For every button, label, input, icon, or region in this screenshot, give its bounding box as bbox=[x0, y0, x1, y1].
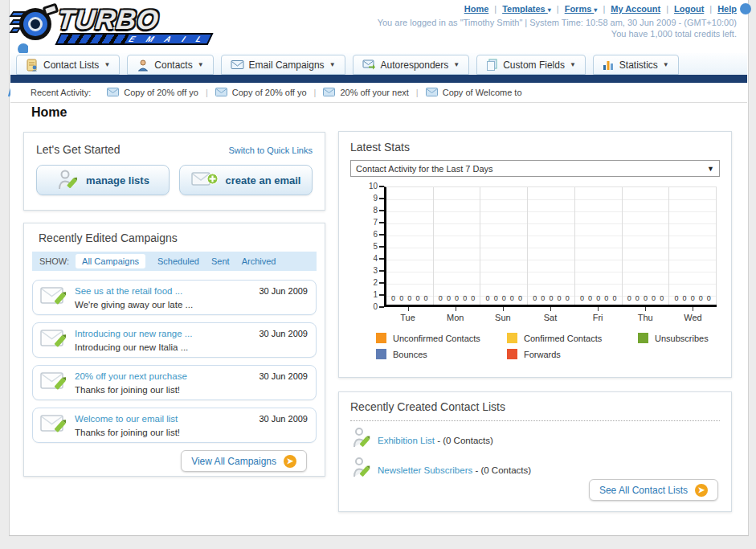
data-value: 0 bbox=[566, 294, 570, 302]
campaigns-filter-bar: SHOW: All CampaignsScheduledSentArchived bbox=[32, 252, 317, 271]
x-tick-mark bbox=[456, 307, 456, 311]
header-link-templates[interactable]: Templates ▾ bbox=[502, 4, 551, 14]
x-tick-mark bbox=[693, 307, 693, 311]
legend-swatch bbox=[376, 333, 386, 343]
chevron-down-icon: ▼ bbox=[198, 61, 204, 68]
campaign-subtitle: Introducing our new Italia ... bbox=[75, 342, 188, 352]
campaigns-tab-scheduled[interactable]: Scheduled bbox=[157, 256, 199, 266]
envelope-pencil-icon bbox=[39, 284, 70, 311]
recent-activity-item[interactable]: Copy of Welcome to bbox=[426, 88, 522, 98]
campaign-row[interactable]: Welcome to our email list Thanks for joi… bbox=[32, 408, 317, 443]
x-tick-mark bbox=[503, 307, 504, 311]
campaign-row[interactable]: See us at the retail food ... We're givi… bbox=[32, 280, 317, 315]
recent-activity-item[interactable]: Copy of 20% off yo bbox=[107, 88, 198, 98]
y-tick-label: 1 bbox=[373, 290, 378, 299]
campaigns-tab-sent[interactable]: Sent bbox=[211, 256, 230, 266]
data-value: 0 bbox=[588, 294, 592, 302]
contact-list-link[interactable]: Exhibition List bbox=[378, 436, 435, 445]
header-link-home[interactable]: Home bbox=[464, 4, 489, 14]
header-link-forms[interactable]: Forms ▾ bbox=[565, 4, 598, 14]
campaign-title-link[interactable]: See us at the retail food ... bbox=[75, 286, 182, 296]
nav-tab-contact-lists[interactable]: Contact Lists ▼ bbox=[16, 55, 120, 75]
recent-activity-bar: Recent Activity: Copy of 20% off yo | Co… bbox=[10, 83, 747, 103]
data-value: 0 bbox=[699, 294, 703, 302]
autoresponders-icon bbox=[362, 59, 376, 71]
create-an-email-button[interactable]: create an email bbox=[179, 165, 313, 195]
envelope-pencil-icon bbox=[39, 412, 70, 439]
recent-activity-item[interactable]: Copy of 20% off yo bbox=[215, 88, 307, 98]
y-tick-label: 10 bbox=[369, 182, 378, 191]
get-started-panel: Let's Get Started Switch to Quick Links … bbox=[23, 132, 325, 211]
data-value: 0 bbox=[494, 294, 498, 302]
switch-quick-links-link[interactable]: Switch to Quick Links bbox=[228, 145, 313, 155]
nav-tab-custom-fields[interactable]: Custom Fields ▼ bbox=[476, 55, 586, 75]
campaign-title-link[interactable]: 20% off your next purchase bbox=[75, 371, 187, 381]
campaign-title-link[interactable]: Introducing our new range ... bbox=[75, 329, 192, 338]
chart-day-group: 00000 bbox=[623, 187, 670, 305]
contact-lists-icon bbox=[26, 59, 39, 72]
nav-tab-statistics[interactable]: Statistics ▼ bbox=[593, 55, 679, 75]
item-divider: | bbox=[314, 88, 317, 97]
contact-lists-title: Recently Created Contact Lists bbox=[350, 400, 720, 413]
chart-day-group: 00000 bbox=[669, 187, 717, 305]
chart-x-axis: TueMonSunSatFriThuWed bbox=[384, 307, 717, 322]
campaign-row[interactable]: Introducing our new range ... Introducin… bbox=[32, 322, 317, 358]
y-tick-label: 7 bbox=[373, 218, 378, 227]
create-an-email-label: create an email bbox=[226, 174, 301, 186]
campaigns-tab-all-campaigns[interactable]: All Campaigns bbox=[76, 254, 145, 268]
y-tick-label: 0 bbox=[373, 302, 378, 311]
campaign-title-link[interactable]: Welcome to our email list bbox=[75, 414, 178, 424]
campaign-row[interactable]: 20% off your next purchase Thanks for jo… bbox=[32, 365, 317, 400]
data-value: 0 bbox=[627, 294, 631, 302]
view-all-campaigns-button[interactable]: View All Campaigns ➤ bbox=[181, 450, 307, 472]
y-tick-label: 3 bbox=[373, 266, 378, 275]
header-link-logout[interactable]: Logout bbox=[674, 4, 704, 14]
contact-activity-chart: 0 1 2 3 4 5 6 7 8 9 10 00000000000000000… bbox=[363, 186, 717, 322]
data-value: 0 bbox=[439, 294, 443, 302]
person-pencil-icon bbox=[352, 457, 371, 481]
legend-swatch bbox=[376, 349, 386, 359]
navy-divider-band bbox=[10, 75, 747, 83]
x-tick-label: Sun bbox=[479, 307, 526, 322]
x-tick-mark bbox=[408, 307, 409, 311]
campaigns-tab-archived[interactable]: Archived bbox=[242, 256, 276, 266]
see-all-contact-lists-button[interactable]: See All Contact Lists ➤ bbox=[589, 479, 718, 501]
campaign-subtitle: We're giving away our late ... bbox=[75, 300, 193, 309]
item-divider: | bbox=[416, 88, 419, 97]
nav-tab-autoresponders[interactable]: Autoresponders ▼ bbox=[353, 55, 470, 75]
x-tick-label: Wed bbox=[669, 307, 717, 322]
chevron-down-icon: ▾ bbox=[594, 6, 597, 14]
nav-tab-email-campaigns[interactable]: Email Campaigns ▼ bbox=[221, 55, 345, 75]
recent-activity-item[interactable]: 20% off your next bbox=[323, 88, 408, 98]
chart-day-group: 00000 bbox=[528, 187, 575, 305]
data-value: 0 bbox=[533, 294, 537, 302]
link-divider: | bbox=[494, 4, 497, 14]
contacts-icon bbox=[137, 59, 149, 72]
manage-lists-button[interactable]: manage lists bbox=[36, 165, 170, 195]
contact-lists-panel: Recently Created Contact Lists Exhibitio… bbox=[338, 391, 732, 512]
logo-subtitle: E M A I L bbox=[125, 35, 210, 43]
x-tick-label: Tue bbox=[384, 307, 431, 322]
contact-list-link[interactable]: Newsletter Subscribers bbox=[378, 465, 472, 475]
chart-plot-area: 00000000000000000000000000000000000 bbox=[384, 186, 717, 307]
data-value: 0 bbox=[604, 294, 608, 302]
nav-tab-contacts[interactable]: Contacts ▼ bbox=[127, 55, 213, 75]
data-value: 0 bbox=[391, 294, 395, 302]
show-label: SHOW: bbox=[39, 256, 69, 266]
legend-item: Confirmed Contacts bbox=[507, 333, 638, 343]
stats-period-select[interactable]: Contact Activity for the Last 7 Days ▼ bbox=[350, 160, 720, 177]
legend-label: Forwards bbox=[524, 350, 561, 359]
see-all-contact-lists-label: See All Contact Lists bbox=[599, 485, 688, 496]
recent-activity-item-label: Copy of 20% off yo bbox=[124, 88, 198, 97]
header-link-my-account[interactable]: My Account bbox=[611, 4, 660, 14]
chart-legend: Unconfirmed Contacts Confirmed Contacts … bbox=[376, 333, 720, 359]
content-frame: TURBO E M A I L Home|Templates ▾|Forms ▾… bbox=[9, 0, 749, 536]
legend-item: Bounces bbox=[376, 349, 507, 359]
legend-item: Unsubscribes bbox=[638, 333, 720, 343]
contact-list-row: Exhibition List - (0 Contacts) bbox=[352, 424, 720, 454]
logo-stripes bbox=[57, 35, 129, 43]
manage-lists-icon bbox=[56, 168, 79, 193]
campaign-date: 30 Jun 2009 bbox=[259, 323, 308, 338]
x-tick-label: Mon bbox=[431, 307, 479, 322]
header-link-help[interactable]: Help bbox=[717, 4, 737, 14]
